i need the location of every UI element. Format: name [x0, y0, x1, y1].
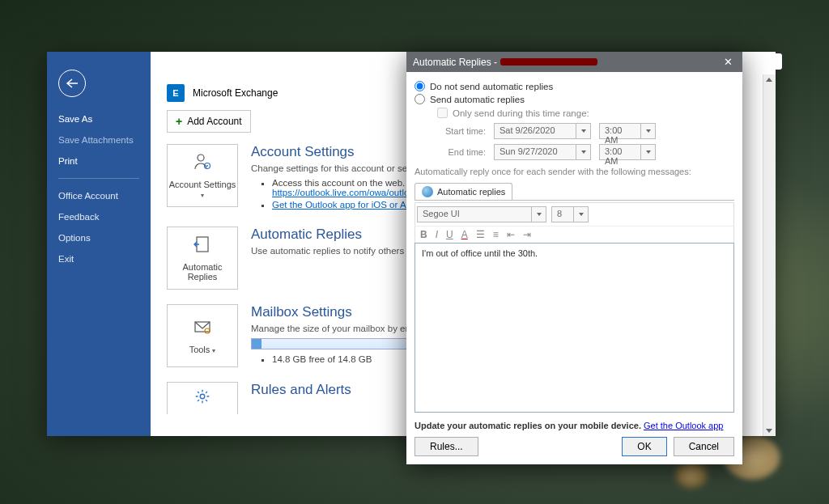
- get-outlook-app-link[interactable]: Get the Outlook app: [644, 421, 723, 430]
- time-range-checkbox[interactable]: [437, 108, 448, 118]
- bullet-list-button[interactable]: ☰: [476, 229, 485, 240]
- dialog-button-row: Rules... OK Cancel: [414, 437, 734, 456]
- radio-send[interactable]: Send automatic replies: [414, 94, 734, 104]
- owa-link[interactable]: https://outlook.live.com/owa/outlook.c: [272, 188, 427, 197]
- font-name-combo[interactable]: Segoe UI: [417, 206, 546, 222]
- mobile-note: Update your automatic replies on your mo…: [414, 421, 734, 430]
- content-scrollbar[interactable]: [763, 74, 776, 436]
- start-date-combo[interactable]: Sat 9/26/2020: [494, 123, 591, 139]
- reply-message-textarea[interactable]: I'm out of office until the 30th.: [414, 243, 734, 413]
- chevron-down-icon[interactable]: [576, 124, 590, 138]
- sidebar-office-account[interactable]: Office Account: [47, 185, 151, 206]
- backstage-sidebar: Save As Save Attachments Print Office Ac…: [47, 52, 151, 436]
- chevron-down-icon[interactable]: [640, 124, 655, 138]
- sidebar-print[interactable]: Print: [47, 150, 151, 172]
- radio-do-not-send[interactable]: Do not send automatic replies: [414, 81, 734, 91]
- automatic-replies-tile[interactable]: Automatic Replies: [167, 227, 238, 290]
- time-range-checkbox-row[interactable]: Only send during this time range:: [437, 108, 734, 118]
- dialog-close-icon[interactable]: ✕: [721, 56, 736, 68]
- format-toolbar: B I U A ☰ ≡ ⇤ ⇥: [414, 226, 734, 243]
- chevron-down-icon: ▾: [212, 347, 215, 354]
- sidebar-exit[interactable]: Exit: [47, 248, 151, 269]
- dialog-title-text: Automatic Replies -: [413, 57, 497, 68]
- time-range-block: Only send during this time range: Start …: [437, 108, 734, 160]
- sidebar-save-as[interactable]: Save As: [47, 108, 151, 129]
- sidebar-feedback[interactable]: Feedback: [47, 206, 151, 227]
- exchange-icon: E: [167, 84, 185, 102]
- chevron-down-icon: ▾: [201, 192, 204, 199]
- underline-button[interactable]: U: [446, 229, 453, 240]
- end-time-combo[interactable]: 3:00 AM: [599, 144, 656, 160]
- italic-button[interactable]: I: [436, 229, 438, 240]
- person-gear-icon: [193, 152, 212, 176]
- plus-icon: +: [176, 115, 182, 128]
- rules-button[interactable]: Rules...: [414, 437, 478, 456]
- chevron-down-icon[interactable]: [531, 207, 546, 222]
- sidebar-save-attachments[interactable]: Save Attachments: [47, 129, 151, 150]
- bold-button[interactable]: B: [420, 229, 427, 240]
- font-size-combo[interactable]: 8: [551, 206, 589, 222]
- cancel-button[interactable]: Cancel: [674, 437, 734, 456]
- add-account-label: Add Account: [187, 116, 241, 127]
- sidebar-separator: [58, 178, 139, 179]
- reply-tab-header: Automatic replies: [414, 183, 734, 201]
- svg-point-0: [198, 155, 204, 161]
- auto-reply-icon: [193, 235, 212, 259]
- svg-point-5: [205, 328, 210, 333]
- automatic-replies-tab[interactable]: Automatic replies: [414, 183, 512, 200]
- gear-icon: [193, 388, 211, 410]
- back-button[interactable]: [58, 70, 86, 97]
- end-time-label: End time:: [437, 147, 486, 157]
- tools-icon: [193, 317, 212, 341]
- font-toolbar: Segoe UI 8: [414, 202, 734, 226]
- radio-send-input[interactable]: [414, 94, 425, 104]
- ok-button[interactable]: OK: [622, 437, 666, 456]
- number-list-button[interactable]: ≡: [493, 229, 499, 240]
- reply-note: Automatically reply once for each sender…: [414, 167, 734, 176]
- arrow-left-icon: [66, 78, 79, 88]
- chevron-down-icon[interactable]: [576, 145, 590, 159]
- exchange-label: Microsoft Exchange: [193, 87, 278, 99]
- sidebar-options[interactable]: Options: [47, 227, 151, 248]
- outdent-button[interactable]: ⇤: [507, 229, 515, 240]
- start-time-combo[interactable]: 3:00 AM: [599, 123, 656, 139]
- start-time-label: Start time:: [437, 126, 486, 136]
- globe-icon: [422, 186, 433, 197]
- rules-tile[interactable]: [167, 382, 238, 414]
- radio-do-not-send-input[interactable]: [414, 81, 425, 91]
- font-color-button[interactable]: A: [461, 229, 468, 240]
- account-settings-tile[interactable]: Account Settings ▾: [167, 144, 238, 207]
- chevron-down-icon[interactable]: [573, 207, 588, 222]
- automatic-replies-dialog: Automatic Replies - ✕ Do not send automa…: [406, 52, 742, 464]
- svg-point-6: [200, 394, 205, 399]
- chevron-down-icon[interactable]: [640, 145, 655, 159]
- indent-button[interactable]: ⇥: [523, 229, 531, 240]
- tools-tile[interactable]: Tools ▾: [167, 304, 238, 367]
- add-account-button[interactable]: + Add Account: [167, 110, 251, 133]
- redacted-email: [500, 58, 597, 66]
- end-date-combo[interactable]: Sun 9/27/2020: [494, 144, 591, 160]
- dialog-titlebar[interactable]: Automatic Replies - ✕: [406, 52, 742, 72]
- svg-point-2: [206, 165, 208, 167]
